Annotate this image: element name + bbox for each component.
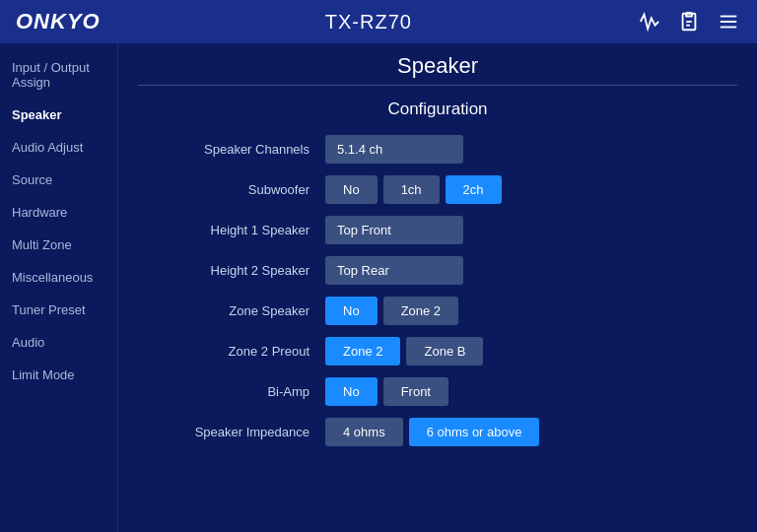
subwoofer-controls: No 1ch 2ch [325, 175, 502, 204]
sidebar-item-audio-adjust[interactable]: Audio Adjust [0, 131, 117, 164]
height2-speaker-controls: Top Rear [325, 256, 463, 285]
speaker-channels-value[interactable]: 5.1.4 ch [325, 135, 463, 164]
height2-speaker-row: Height 2 Speaker Top Rear [138, 256, 737, 285]
sidebar-item-tuner-preset[interactable]: Tuner Preset [0, 294, 117, 326]
menu-icon[interactable] [716, 9, 741, 34]
biamp-label: Bi-Amp [138, 384, 325, 399]
sidebar-item-miscellaneous[interactable]: Miscellaneous [0, 261, 117, 294]
zone-speaker-label: Zone Speaker [138, 303, 325, 318]
sidebar-item-speaker[interactable]: Speaker [0, 99, 117, 131]
impedance-4ohms-button[interactable]: 4 ohms [325, 418, 403, 446]
speaker-impedance-row: Speaker Impedance 4 ohms 6 ohms or above [138, 418, 737, 446]
sidebar-item-hardware[interactable]: Hardware [0, 196, 117, 229]
zone-speaker-no-button[interactable]: No [325, 297, 378, 325]
height1-speaker-label: Height 1 Speaker [138, 223, 325, 237]
height1-speaker-value[interactable]: Top Front [325, 216, 463, 244]
section-title: Configuration [138, 100, 737, 119]
device-title: TX-RZ70 [325, 11, 412, 33]
speaker-channels-label: Speaker Channels [138, 142, 325, 157]
speaker-impedance-label: Speaker Impedance [138, 425, 325, 439]
speaker-channels-row: Speaker Channels 5.1.4 ch [138, 135, 737, 164]
page-title: Speaker [138, 53, 737, 79]
subwoofer-no-button[interactable]: No [325, 175, 378, 204]
header-icons [637, 9, 741, 34]
subwoofer-row: Subwoofer No 1ch 2ch [138, 175, 737, 204]
speaker-channels-controls: 5.1.4 ch [325, 135, 463, 164]
zone2-preout-zone2-button[interactable]: Zone 2 [325, 337, 400, 366]
subwoofer-2ch-button[interactable]: 2ch [446, 175, 502, 204]
subwoofer-1ch-button[interactable]: 1ch [383, 175, 440, 204]
biamp-no-button[interactable]: No [325, 377, 378, 406]
content-area: Speaker Configuration Speaker Channels 5… [118, 43, 757, 532]
divider [138, 85, 737, 86]
zone2-preout-zoneb-button[interactable]: Zone B [406, 337, 483, 366]
zone2-preout-controls: Zone 2 Zone B [325, 337, 483, 366]
sidebar-item-input-output[interactable]: Input / Output Assign [0, 51, 117, 99]
sidebar-item-multi-zone[interactable]: Multi Zone [0, 229, 117, 261]
main-layout: Input / Output Assign Speaker Audio Adju… [0, 43, 757, 532]
biamp-row: Bi-Amp No Front [138, 377, 737, 406]
sidebar-item-audio[interactable]: Audio [0, 326, 117, 359]
height2-speaker-label: Height 2 Speaker [138, 263, 325, 278]
impedance-6ohms-button[interactable]: 6 ohms or above [409, 418, 540, 446]
zone2-preout-row: Zone 2 Preout Zone 2 Zone B [138, 337, 737, 366]
height2-speaker-value[interactable]: Top Rear [325, 256, 463, 285]
header: ONKYO TX-RZ70 [0, 0, 757, 43]
height1-speaker-controls: Top Front [325, 216, 463, 244]
height1-speaker-row: Height 1 Speaker Top Front [138, 216, 737, 244]
waveform-icon[interactable] [637, 9, 662, 34]
onkyo-logo: ONKYO [16, 9, 101, 34]
sidebar: Input / Output Assign Speaker Audio Adju… [0, 43, 118, 532]
zone-speaker-row: Zone Speaker No Zone 2 [138, 297, 737, 325]
zone-speaker-zone2-button[interactable]: Zone 2 [383, 297, 458, 325]
biamp-controls: No Front [325, 377, 448, 406]
zone-speaker-controls: No Zone 2 [325, 297, 458, 325]
subwoofer-label: Subwoofer [138, 182, 325, 197]
speaker-impedance-controls: 4 ohms 6 ohms or above [325, 418, 539, 446]
sidebar-item-source[interactable]: Source [0, 164, 117, 196]
biamp-front-button[interactable]: Front [383, 377, 448, 406]
zone2-preout-label: Zone 2 Preout [138, 344, 325, 359]
clipboard-icon[interactable] [676, 9, 702, 34]
sidebar-item-limit-mode[interactable]: Limit Mode [0, 359, 117, 391]
